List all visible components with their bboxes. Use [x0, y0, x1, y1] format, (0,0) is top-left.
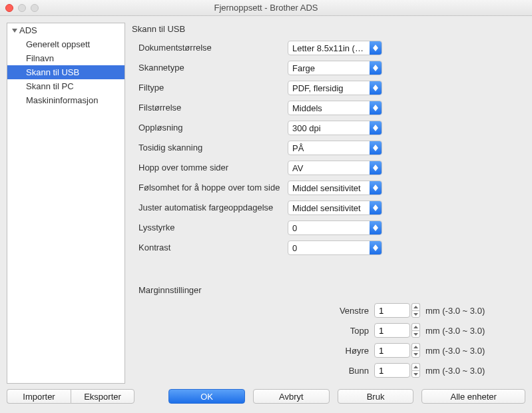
stepper-down-button[interactable]	[411, 310, 420, 318]
margin-left-label: Venstre	[329, 306, 369, 316]
chevron-updown-icon	[370, 221, 382, 234]
sidebar-item-scan-usb[interactable]: Skann til USB	[7, 65, 125, 79]
svg-marker-29	[413, 366, 418, 368]
chevron-updown-icon	[370, 121, 382, 135]
stepper-down-button[interactable]	[411, 330, 420, 338]
margins-title: Marginnstillinger	[138, 285, 288, 296]
skipblank-label: Hopp over tomme sider	[138, 163, 288, 173]
svg-marker-23	[413, 306, 418, 308]
svg-marker-2	[373, 48, 378, 51]
sidebar-root[interactable]: ADS	[7, 23, 125, 37]
svg-marker-8	[373, 108, 378, 111]
margin-bottom-label: Bunn	[329, 366, 369, 376]
contrast-select[interactable]: 0	[288, 240, 382, 255]
filetype-select[interactable]: PDF, flersidig	[288, 81, 382, 95]
svg-marker-6	[373, 88, 378, 91]
sidebar-item-scan-pc[interactable]: Skann til PC	[7, 79, 125, 93]
import-button[interactable]: Importer	[7, 389, 71, 404]
window-title: Fjernoppsett - Brother ADS	[0, 3, 532, 13]
margin-left-input[interactable]	[374, 303, 410, 318]
brightness-label: Lysstyrke	[138, 222, 288, 233]
stepper-up-button[interactable]	[411, 303, 420, 310]
docsize-label: Dokumentstørrelse	[138, 43, 288, 53]
svg-marker-18	[373, 208, 378, 211]
svg-marker-12	[373, 148, 378, 151]
autocolor-select[interactable]: Middel sensitivitet	[288, 201, 382, 215]
margin-top-input[interactable]	[374, 323, 410, 338]
docsize-select[interactable]: Letter 8.5x11in (…	[288, 41, 382, 55]
svg-marker-25	[413, 326, 418, 328]
margin-right-label: Høyre	[329, 346, 369, 356]
filetype-label: Filtype	[138, 83, 288, 93]
svg-marker-16	[373, 188, 378, 191]
svg-marker-22	[373, 248, 378, 251]
ok-button[interactable]: OK	[168, 389, 245, 404]
brightness-select[interactable]: 0	[288, 220, 382, 235]
chevron-updown-icon	[370, 241, 382, 254]
blanksens-label: Følsomhet for å hoppe over tom side	[138, 183, 288, 193]
sidebar-root-label: ADS	[19, 25, 37, 35]
sidebar-item-filename[interactable]: Filnavn	[7, 51, 125, 65]
margin-bottom-input[interactable]	[374, 363, 410, 378]
stepper-up-button[interactable]	[411, 363, 420, 370]
margin-top-unit: mm (-3.0 ~ 3.0)	[425, 326, 499, 336]
svg-marker-26	[413, 333, 418, 336]
chevron-updown-icon	[370, 41, 382, 55]
chevron-updown-icon	[370, 81, 382, 95]
margin-right-unit: mm (-3.0 ~ 3.0)	[425, 346, 499, 356]
svg-marker-0	[12, 29, 17, 33]
chevron-updown-icon	[370, 181, 382, 195]
skipblank-select[interactable]: AV	[288, 161, 382, 175]
chevron-updown-icon	[370, 61, 382, 75]
scantype-select[interactable]: Farge	[288, 61, 382, 75]
main-panel: Skann til USB Dokumentstørrelse Letter 8…	[132, 23, 525, 384]
zoom-window-button[interactable]	[31, 4, 39, 12]
margin-top-label: Topp	[329, 326, 369, 336]
stepper-down-button[interactable]	[411, 370, 420, 378]
sidebar: ADS Generelt oppsett Filnavn Skann til U…	[7, 23, 125, 384]
sidebar-item-machine-info[interactable]: Maskininformasjon	[7, 93, 125, 107]
margin-right-input[interactable]	[374, 343, 410, 358]
close-window-button[interactable]	[5, 4, 13, 12]
contrast-label: Kontrast	[138, 242, 288, 253]
svg-marker-28	[413, 353, 418, 356]
all-devices-button[interactable]: Alle enheter	[421, 389, 525, 404]
autocolor-label: Juster automatisk fargeoppdagelse	[138, 203, 288, 213]
svg-marker-24	[413, 313, 418, 316]
svg-marker-14	[373, 168, 378, 171]
duplex-label: Tosidig skanning	[138, 143, 288, 153]
chevron-updown-icon	[370, 141, 382, 155]
svg-marker-10	[373, 128, 378, 131]
margin-left-unit: mm (-3.0 ~ 3.0)	[425, 306, 499, 316]
footer: Importer Eksporter OK Avbryt Bruk Alle e…	[0, 389, 532, 410]
svg-marker-4	[373, 68, 378, 71]
filesize-select[interactable]: Middels	[288, 101, 382, 115]
sidebar-item-general[interactable]: Generelt oppsett	[7, 37, 125, 51]
svg-marker-30	[413, 373, 418, 376]
cancel-button[interactable]: Avbryt	[253, 389, 330, 404]
resolution-label: Oppløsning	[138, 123, 288, 133]
blanksens-select[interactable]: Middel sensitivitet	[288, 181, 382, 195]
svg-marker-27	[413, 346, 418, 348]
stepper-up-button[interactable]	[411, 343, 420, 350]
margin-bottom-unit: mm (-3.0 ~ 3.0)	[425, 366, 499, 376]
resolution-select[interactable]: 300 dpi	[288, 121, 382, 135]
stepper-down-button[interactable]	[411, 350, 420, 358]
section-title: Skann til USB	[132, 23, 525, 38]
filesize-label: Filstørrelse	[138, 103, 288, 113]
disclosure-triangle-icon	[11, 27, 18, 34]
chevron-updown-icon	[370, 201, 382, 214]
apply-button[interactable]: Bruk	[338, 389, 414, 404]
duplex-select[interactable]: PÅ	[288, 141, 382, 155]
chevron-updown-icon	[370, 101, 382, 115]
svg-marker-20	[373, 228, 378, 231]
stepper-up-button[interactable]	[411, 323, 420, 330]
chevron-updown-icon	[370, 161, 382, 175]
export-button[interactable]: Eksporter	[71, 389, 134, 404]
window-controls	[5, 4, 39, 12]
minimize-window-button[interactable]	[18, 4, 26, 12]
scantype-label: Skannetype	[138, 63, 288, 73]
title-bar: Fjernoppsett - Brother ADS	[0, 0, 532, 16]
